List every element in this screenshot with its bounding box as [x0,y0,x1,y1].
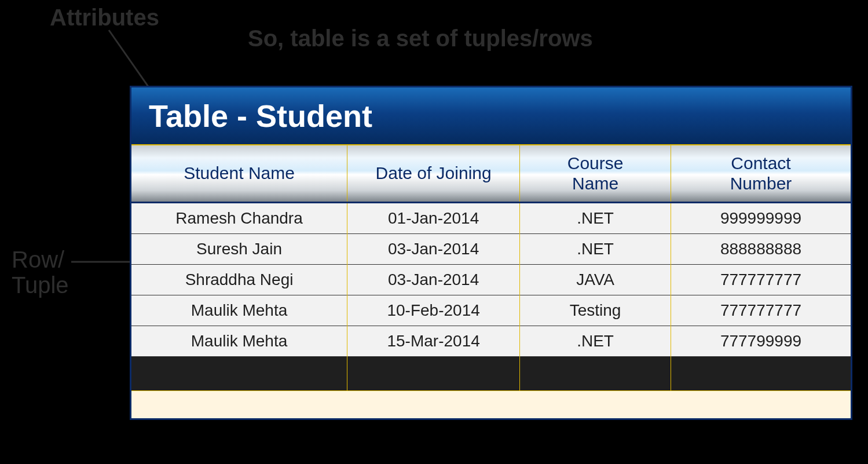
cell-contact: 777799999 [671,326,851,357]
cell-date: 01-Jan-2014 [347,203,520,234]
cell-empty [520,357,671,390]
cell-contact: 777777777 [671,295,851,326]
table-title: Table - Student [149,98,372,134]
table-title-bar: Table - Student [131,87,851,145]
student-table: Student Name Date of Joining Course Name… [131,145,851,390]
attributes-label: Attributes [50,5,159,31]
cell-empty [671,357,851,390]
col-header-contact-number: Contact Number [671,145,851,203]
cell-empty [347,357,520,390]
cell-student-name: Shraddha Negi [131,265,347,295]
cell-contact: 777777777 [671,265,851,295]
row-tuple-line2: Tuple [12,272,69,298]
cell-course: .NET [520,234,671,265]
table-header-row: Student Name Date of Joining Course Name… [131,145,851,203]
col-header-course-line2: Name [572,174,618,193]
student-table-container: Table - Student Student Name Date of Joi… [130,86,852,420]
cell-course: .NET [520,326,671,357]
cell-student-name: Maulik Mehta [131,326,347,357]
col-header-course-name: Course Name [520,145,671,203]
table-row: Shraddha Negi 03-Jan-2014 JAVA 777777777 [131,265,851,295]
cell-student-name: Maulik Mehta [131,295,347,326]
table-footer-strip [131,390,851,418]
table-row: Maulik Mehta 10-Feb-2014 Testing 7777777… [131,295,851,326]
caption-text: So, table is a set of tuples/rows [248,25,593,52]
cell-student-name: Suresh Jain [131,234,347,265]
table-row: Suresh Jain 03-Jan-2014 .NET 888888888 [131,234,851,265]
col-header-contact-line2: Number [730,174,792,193]
table-row: Ramesh Chandra 01-Jan-2014 .NET 99999999… [131,203,851,234]
cell-course: JAVA [520,265,671,295]
cell-date: 03-Jan-2014 [347,265,520,295]
table-row: Maulik Mehta 15-Mar-2014 .NET 777799999 [131,326,851,357]
cell-course: .NET [520,203,671,234]
table-row-empty [131,357,851,390]
cell-date: 10-Feb-2014 [347,295,520,326]
col-header-contact-line1: Contact [731,154,790,173]
table-body: Ramesh Chandra 01-Jan-2014 .NET 99999999… [131,203,851,390]
col-header-course-line1: Course [567,154,624,173]
cell-student-name: Ramesh Chandra [131,203,347,234]
cell-contact: 888888888 [671,234,851,265]
row-tuple-line1: Row/ [12,247,64,272]
row-tuple-label: Row/ Tuple [12,247,69,298]
cell-course: Testing [520,295,671,326]
col-header-date-of-joining: Date of Joining [347,145,520,203]
col-header-student-name: Student Name [131,145,347,203]
cell-date: 03-Jan-2014 [347,234,520,265]
cell-contact: 999999999 [671,203,851,234]
cell-empty [131,357,347,390]
cell-date: 15-Mar-2014 [347,326,520,357]
